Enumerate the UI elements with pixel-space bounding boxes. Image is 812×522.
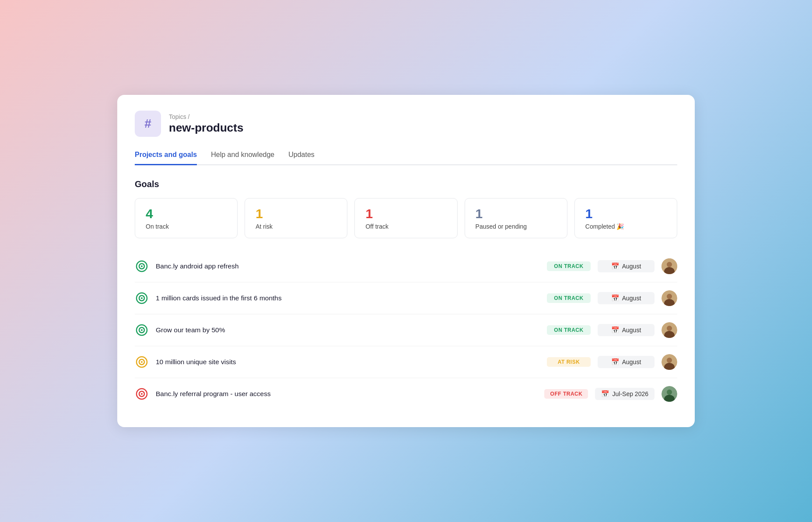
status-card-on-track[interactable]: 4 On track [135,198,238,238]
date-badge: 📅 August [598,292,654,304]
main-card: # Topics / new-products Projects and goa… [117,95,695,427]
off-track-count: 1 [365,206,446,221]
status-badge: ON TRACK [547,293,591,303]
at-risk-label: At risk [256,223,336,230]
svg-point-2 [141,265,143,267]
goal-status-icon [135,323,149,337]
date-text: August [622,358,641,365]
tab-projects-goals[interactable]: Projects and goals [135,151,197,165]
goal-status-icon [135,387,149,401]
page-title: new-products [169,121,243,135]
calendar-icon: 📅 [611,262,620,270]
status-badge: AT RISK [547,357,591,367]
date-badge: 📅 August [598,324,654,336]
date-badge: 📅 August [598,260,654,272]
goal-name: 10 million unique site visits [156,358,540,366]
status-card-at-risk[interactable]: 1 At risk [245,198,347,238]
calendar-icon: 📅 [611,358,620,366]
svg-point-22 [667,358,672,363]
goals-section: Goals 4 On track 1 At risk 1 Off track 1… [135,179,677,410]
date-text: August [622,263,641,270]
date-text: August [622,295,641,302]
goal-status-icon [135,291,149,305]
calendar-icon: 📅 [601,390,609,398]
avatar [662,290,677,306]
header: # Topics / new-products [135,111,677,137]
status-badge: ON TRACK [547,261,591,271]
avatar [662,354,677,370]
goal-name: Grow our team by 50% [156,326,540,334]
goal-row[interactable]: Banc.ly android app refresh ON TRACK 📅 A… [135,251,677,282]
tab-updates[interactable]: Updates [288,151,315,165]
topic-icon: # [135,111,161,137]
avatar [662,258,677,274]
date-text: August [622,327,641,334]
calendar-icon: 📅 [611,294,620,302]
status-badge: OFF TRACK [544,389,588,399]
goal-row[interactable]: Banc.ly referral program - user access O… [135,378,677,410]
status-card-off-track[interactable]: 1 Off track [354,198,457,238]
breadcrumb: Topics / [169,113,243,120]
date-text: Jul-Sep 2026 [612,390,648,397]
svg-point-8 [141,297,143,299]
goal-name: Banc.ly android app refresh [156,262,540,270]
avatar [662,322,677,338]
goal-status-icon [135,259,149,273]
on-track-label: On track [146,223,227,230]
svg-point-20 [141,361,143,363]
completed-count: 1 [585,206,666,221]
svg-point-26 [141,393,143,395]
date-badge: 📅 Jul-Sep 2026 [595,388,654,400]
avatar [662,386,677,402]
tab-help-knowledge[interactable]: Help and knowledge [211,151,274,165]
paused-count: 1 [476,206,556,221]
svg-point-14 [141,329,143,331]
header-text: Topics / new-products [169,113,243,135]
goal-row[interactable]: 1 million cards issued in the first 6 mo… [135,282,677,314]
status-badge: ON TRACK [547,325,591,335]
goal-list: Banc.ly android app refresh ON TRACK 📅 A… [135,251,677,410]
goal-name: 1 million cards issued in the first 6 mo… [156,294,540,302]
tab-bar: Projects and goals Help and knowledge Up… [135,151,677,165]
goals-heading: Goals [135,179,677,189]
goal-row[interactable]: Grow our team by 50% ON TRACK 📅 August [135,314,677,346]
off-track-label: Off track [365,223,446,230]
paused-label: Paused or pending [476,223,556,230]
status-card-completed[interactable]: 1 Completed 🎉 [574,198,677,238]
completed-label: Completed 🎉 [585,223,666,230]
svg-point-4 [667,262,672,267]
status-card-paused[interactable]: 1 Paused or pending [465,198,567,238]
goal-status-icon [135,355,149,369]
svg-point-16 [667,326,672,331]
date-badge: 📅 August [598,356,654,368]
goal-row[interactable]: 10 million unique site visits AT RISK 📅 … [135,346,677,378]
svg-point-10 [667,294,672,299]
on-track-count: 4 [146,206,227,221]
at-risk-count: 1 [256,206,336,221]
calendar-icon: 📅 [611,326,620,334]
svg-point-28 [667,390,672,395]
goal-name: Banc.ly referral program - user access [156,390,537,398]
status-cards-row: 4 On track 1 At risk 1 Off track 1 Pause… [135,198,677,238]
